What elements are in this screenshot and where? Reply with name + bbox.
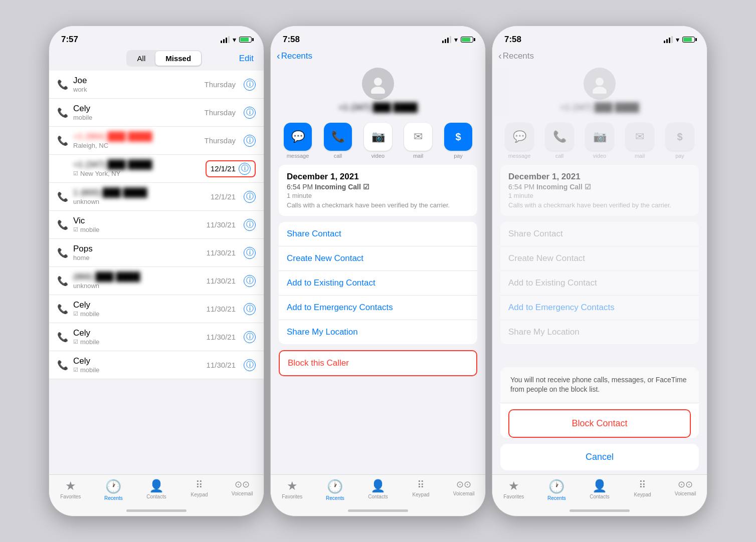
list-item[interactable]: 📞 Vic ☑ mobile 11/30/21 ⓘ xyxy=(49,211,264,239)
tab-recents[interactable]: 🕐 Recents xyxy=(92,479,135,501)
mail-icon: ✉ xyxy=(414,130,423,143)
back-label-3: Recents xyxy=(503,51,534,61)
block-caller-label: Block this Caller xyxy=(288,358,349,368)
tab-favorites[interactable]: ★ Favorites xyxy=(49,479,92,499)
emergency-3: Add to Emergency Contacts xyxy=(500,296,699,320)
tab-vm-3[interactable]: ⊙⊙ Voicemail xyxy=(664,479,707,496)
call-icon: 📞 xyxy=(57,79,73,90)
list-item[interactable]: 📞 Cely ☑ mobile 11/30/21 ⓘ xyxy=(49,351,264,379)
status-time-3: 7:58 xyxy=(504,35,521,45)
date-info: 11/30/21 ⓘ xyxy=(207,275,256,287)
add-ex-3: Add to Existing Contact xyxy=(500,271,699,296)
tab-voicemail-2[interactable]: ⊙⊙ Voicemail xyxy=(442,479,485,496)
list-item[interactable]: 📞 +1 (984) ███ ████ Raleigh, NC Thursday… xyxy=(49,127,264,155)
tab-voicemail[interactable]: ⊙⊙ Voicemail xyxy=(221,479,264,496)
info-button[interactable]: ⓘ xyxy=(244,359,256,371)
status-bar-2: 7:58 ▾ xyxy=(271,26,485,48)
svg-point-0 xyxy=(374,78,382,86)
svg-point-3 xyxy=(593,87,607,94)
back-button-3[interactable]: ‹ Recents xyxy=(498,50,534,62)
call-action[interactable]: 📞 call xyxy=(321,123,355,159)
mail-lbl-3: mail xyxy=(635,153,645,159)
list-item[interactable]: +1 (347) ███ ████ ☑ New York, NY 12/1/21… xyxy=(49,155,264,183)
avatar-3 xyxy=(584,68,616,100)
tab-rec-3[interactable]: 🕐 Recents xyxy=(535,479,579,501)
block-contact-wrapper: Block Contact xyxy=(500,409,699,438)
block-confirm-message: You will not receive phone calls, messag… xyxy=(500,367,699,403)
wifi-icon-2: ▾ xyxy=(454,36,458,44)
tab-label: Favorites xyxy=(503,494,524,499)
action-buttons: 💬 message 📞 call 📷 video ✉ mai xyxy=(271,119,485,165)
info-button[interactable]: ⓘ xyxy=(244,191,256,203)
message-btn-circle: 💬 xyxy=(284,123,312,151)
tab-label: Contacts xyxy=(590,494,609,499)
message-action[interactable]: 💬 message xyxy=(281,123,315,159)
video-action[interactable]: 📷 video xyxy=(361,123,395,159)
tab-keypad[interactable]: ⠿ Keypad xyxy=(178,479,221,497)
create-contact-item[interactable]: Create New Contact xyxy=(279,246,477,271)
info-button[interactable]: ⓘ xyxy=(244,135,256,147)
tab-fav-3[interactable]: ★ Favorites xyxy=(492,479,535,499)
tab-key-3[interactable]: ⠿ Keypad xyxy=(621,479,664,497)
list-item[interactable]: 📞 Joe work Thursday ⓘ xyxy=(49,71,264,99)
call-type-3: Incoming Call ☑ xyxy=(536,183,591,191)
missed-tab[interactable]: Missed xyxy=(155,51,201,66)
block-caller-item[interactable]: Block this Caller xyxy=(279,350,477,376)
pay-icon: $ xyxy=(455,131,461,143)
pay-action[interactable]: $ pay xyxy=(441,123,475,159)
call-icon: 📞 xyxy=(57,276,73,287)
add-existing-item[interactable]: Add to Existing Contact xyxy=(279,271,477,296)
list-item[interactable]: 📞 Cely ☑ mobile 11/30/21 ⓘ xyxy=(49,323,264,351)
share-contact-item[interactable]: Share Contact xyxy=(279,222,477,246)
tab-con-3[interactable]: 👤 Contacts xyxy=(578,479,621,499)
block-contact-button[interactable]: Block Contact xyxy=(508,409,691,438)
person-icon-2: 👤 xyxy=(370,479,386,493)
contact-info: Cely mobile xyxy=(73,104,204,121)
tab-keypad-2[interactable]: ⠿ Keypad xyxy=(400,479,443,497)
edit-button[interactable]: Edit xyxy=(239,54,254,64)
call-icon: 📞 xyxy=(57,304,73,315)
segmented-control[interactable]: All Missed xyxy=(126,50,203,67)
contact-sub: home xyxy=(73,254,207,261)
mail-action[interactable]: ✉ mail xyxy=(401,123,435,159)
call-label: call xyxy=(334,153,342,159)
list-item[interactable]: 📞 Pops home 11/30/21 ⓘ xyxy=(49,239,264,267)
cancel-button[interactable]: Cancel xyxy=(500,444,699,470)
info-button[interactable]: ⓘ xyxy=(244,275,256,287)
call-card-3: December 1, 2021 6:54 PM Incoming Call ☑… xyxy=(500,165,699,216)
info-button[interactable]: ⓘ xyxy=(239,163,251,175)
contact-name: 1 (800) ███ ████ xyxy=(73,188,211,198)
tab-contacts[interactable]: 👤 Contacts xyxy=(135,479,178,499)
date-info: Thursday ⓘ xyxy=(204,135,256,147)
emergency-contacts-item[interactable]: Add to Emergency Contacts xyxy=(279,296,477,320)
tab-contacts-2[interactable]: 👤 Contacts xyxy=(356,479,400,499)
info-button[interactable]: ⓘ xyxy=(244,331,256,343)
block-confirm-overlay: You will not receive phone calls, messag… xyxy=(492,367,707,474)
back-button[interactable]: ‹ Recents xyxy=(277,50,312,62)
info-button[interactable]: ⓘ xyxy=(244,219,256,231)
contact-info: 1 (800) ███ ████ unknown xyxy=(73,188,211,205)
status-bar-1: 7:57 ▾ xyxy=(49,26,264,48)
tab-favorites-2[interactable]: ★ Favorites xyxy=(271,479,314,499)
list-item[interactable]: 📞 (866) ███ ████ unknown 11/30/21 ⓘ xyxy=(49,267,264,295)
contact-info: +1 (347) ███ ████ ☑ New York, NY xyxy=(73,160,206,177)
info-button[interactable]: ⓘ xyxy=(244,79,256,91)
contact-info: Pops home xyxy=(73,244,207,261)
mail-label: mail xyxy=(413,153,423,159)
contact-info: Cely ☑ mobile xyxy=(73,300,207,318)
info-button[interactable]: ⓘ xyxy=(244,303,256,315)
share-location-item[interactable]: Share My Location xyxy=(279,320,477,344)
tab-recents-2[interactable]: 🕐 Recents xyxy=(314,479,357,501)
contact-name: +1 (347) ███ ████ xyxy=(73,160,206,170)
contact-name: Pops xyxy=(73,244,207,254)
star-icon-2: ★ xyxy=(287,479,298,493)
info-button[interactable]: ⓘ xyxy=(244,247,256,259)
all-tab[interactable]: All xyxy=(127,51,156,66)
list-item[interactable]: 📞 Cely ☑ mobile 11/30/21 ⓘ xyxy=(49,295,264,323)
list-item[interactable]: 📞 Cely mobile Thursday ⓘ xyxy=(49,99,264,127)
info-button[interactable]: ⓘ xyxy=(244,107,256,119)
call-icon: 📞 xyxy=(57,219,73,230)
tab-label: Contacts xyxy=(146,494,166,499)
tab-label: Keypad xyxy=(191,492,208,497)
list-item[interactable]: 📞 1 (800) ███ ████ unknown 12/1/21 ⓘ xyxy=(49,183,264,211)
